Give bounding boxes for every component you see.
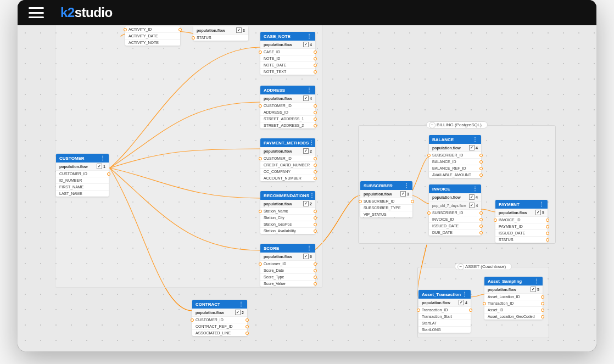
field: STATUS: [193, 35, 248, 41]
field: Transaction_ID: [484, 300, 543, 307]
field: AVAILABLE_AMOUNT: [429, 172, 481, 178]
field: CUSTOMER_ID: [260, 155, 315, 162]
entity-asset-sampling[interactable]: Asset_Sampling⋮ population.flow5 Asset_L…: [484, 277, 543, 320]
entity-header[interactable]: SCORE⋮: [260, 244, 315, 253]
entity-invoice[interactable]: INVOICE⋮ population.flow4 pop_old_7_days…: [429, 184, 481, 236]
field: BALANCE_ID: [429, 159, 481, 165]
field: CONTRACT_REF_ID: [192, 323, 247, 330]
entity-activity[interactable]: ACTIVITY_ID ACTIVITY_DATE ACTIVITY_NOTE: [125, 26, 180, 46]
kebab-icon[interactable]: ⋮: [306, 33, 312, 39]
kebab-icon[interactable]: ⋮: [539, 201, 544, 207]
entity-header[interactable]: BALANCE⋮: [429, 135, 481, 144]
field: ADDRESS_ID: [260, 109, 315, 116]
field: StartLONG: [418, 327, 471, 333]
entity-header[interactable]: Asset_Sampling⋮: [484, 277, 543, 285]
field: Transaction_ID: [418, 307, 471, 313]
kebab-icon[interactable]: ⋮: [534, 278, 539, 284]
field: ACTIVITY_NOTE: [125, 40, 180, 46]
kebab-icon[interactable]: ⋮: [462, 292, 467, 297]
entity-customer[interactable]: CUSTOMER⋮ population.flow1 CUSTOMER_ID I…: [56, 154, 109, 197]
field: Asset_Location_ID: [484, 294, 543, 300]
field: SUBSCRIBER_TYPE: [360, 205, 412, 211]
field: ACTIVITY_DATE: [125, 33, 180, 40]
field: ASSOCIATED_LINE: [192, 330, 247, 336]
entity-asset-transaction[interactable]: Asset_Transaction⋮ population.flow4 Tran…: [418, 290, 471, 333]
field: Score_Date: [260, 267, 315, 274]
field: CUSTOMER_ID: [56, 171, 109, 177]
field: INVOICE_ID: [495, 217, 548, 223]
field: BALANCE_REF_ID: [429, 165, 481, 172]
entity-sub: population.flow4: [260, 41, 315, 49]
entity-header[interactable]: CASE_NOTE⋮: [260, 32, 315, 41]
entity-sub: population.flow2: [192, 309, 247, 317]
field: ISSUED_DATE: [495, 230, 548, 237]
entity-header[interactable]: PAYMENT_METHODS⋮: [260, 138, 315, 147]
topbar: k2studio: [18, 0, 596, 25]
field: ISSUED_DATE: [429, 223, 481, 229]
entity-header[interactable]: Asset_Transaction⋮: [418, 290, 471, 299]
field: SUBSCRIBER_ID: [429, 152, 481, 159]
field: STREET_ADDRESS_1: [260, 116, 315, 122]
field: CASE_ID: [260, 49, 315, 55]
entity-sub-secondary: pop_old_7_days.flow4: [429, 201, 481, 210]
kebab-icon[interactable]: ⋮: [404, 183, 409, 188]
entity-header[interactable]: RECOMMENDATIONS⋮: [260, 191, 315, 200]
entity-address[interactable]: ADDRESS⋮ population.flow4 CUSTOMER_ID AD…: [260, 86, 315, 128]
field: DUE_DATE: [429, 229, 481, 236]
kebab-icon[interactable]: ⋮: [309, 140, 314, 145]
kebab-icon[interactable]: ⋮: [309, 193, 315, 198]
field: Station_Name: [260, 208, 315, 215]
entity-sub: population.flow4: [418, 299, 471, 307]
menu-icon[interactable]: [29, 7, 44, 18]
field: INVOICE_ID: [429, 216, 481, 223]
entity-recommendations[interactable]: RECOMMENDATIONS⋮ population.flow2 Statio…: [260, 191, 315, 234]
entity-sub: population.flow4: [429, 193, 481, 201]
entity-sub: population.flow1: [56, 163, 109, 171]
field: CUSTOMER_ID: [192, 317, 247, 323]
field: ID_NUMBER: [56, 177, 109, 184]
entity-sub: population.flow2: [260, 200, 315, 208]
field: Station_GeoPos: [260, 221, 315, 228]
field: Transaction_Start: [418, 313, 471, 320]
entity-header[interactable]: SUBSCRIBER⋮: [360, 181, 412, 190]
entity-header[interactable]: CUSTOMER⋮: [56, 154, 109, 163]
entity-header[interactable]: PAYMENT⋮: [495, 200, 548, 209]
field: CREDIT_CARD_NUMBER: [260, 162, 315, 169]
field: Score_Value: [260, 281, 315, 287]
entity-payment[interactable]: PAYMENT⋮ population.flow5 INVOICE_ID PAY…: [495, 200, 548, 243]
entity-header[interactable]: ADDRESS⋮: [260, 86, 315, 94]
entity-sub: population.flow5: [495, 209, 548, 217]
zone-label-billing: BILLING (PostgreSQL): [426, 121, 488, 128]
field: Station_City: [260, 215, 315, 221]
field: Asset_ID: [484, 307, 543, 313]
field: Station_Availability: [260, 228, 315, 234]
entity-status[interactable]: population.flow3 STATUS: [193, 26, 248, 41]
field: LAST_NAME: [56, 191, 109, 197]
entity-sub: population.flow3: [360, 190, 412, 198]
entity-sub: population.flow3: [193, 26, 248, 35]
field: Asset_Location_GeoCoded: [484, 313, 543, 320]
entity-payment-methods[interactable]: PAYMENT_METHODS⋮ population.flow2 CUSTOM…: [260, 138, 315, 181]
field: NOTE_TEXT: [260, 69, 315, 75]
kebab-icon[interactable]: ⋮: [306, 245, 312, 251]
entity-case-note[interactable]: CASE_NOTE⋮ population.flow4 CASE_ID NOTE…: [260, 32, 315, 75]
entity-contract[interactable]: CONTRACT⋮ population.flow2 CUSTOMER_ID C…: [192, 300, 247, 336]
entity-balance[interactable]: BALANCE⋮ population.flow4 SUBSCRIBER_ID …: [429, 135, 481, 178]
kebab-icon[interactable]: ⋮: [472, 137, 478, 142]
kebab-icon[interactable]: ⋮: [306, 87, 312, 93]
app-frame: k2studio BILL: [18, 0, 596, 351]
entity-score[interactable]: SCORE⋮ population.flow6 Customer_ID Scor…: [260, 244, 315, 287]
zone-label-asset: ASSET (Couchbase): [455, 263, 512, 270]
kebab-icon[interactable]: ⋮: [100, 155, 105, 161]
kebab-icon[interactable]: ⋮: [472, 186, 478, 192]
entity-subscriber[interactable]: SUBSCRIBER⋮ population.flow3 SUBSCRIBER_…: [360, 181, 412, 217]
entity-sub: population.flow6: [260, 253, 315, 261]
field: NOTE_ID: [260, 55, 315, 62]
entity-header[interactable]: CONTRACT⋮: [192, 300, 247, 309]
entity-sub: population.flow4: [429, 144, 481, 152]
entity-header[interactable]: INVOICE⋮: [429, 184, 481, 193]
kebab-icon[interactable]: ⋮: [238, 301, 244, 307]
diagram-canvas[interactable]: BILLING (PostgreSQL) ASSET (Couchbase) C…: [18, 25, 596, 351]
field: SUBSCRIBER_ID: [429, 210, 481, 216]
field: PAYMENT_ID: [495, 223, 548, 230]
